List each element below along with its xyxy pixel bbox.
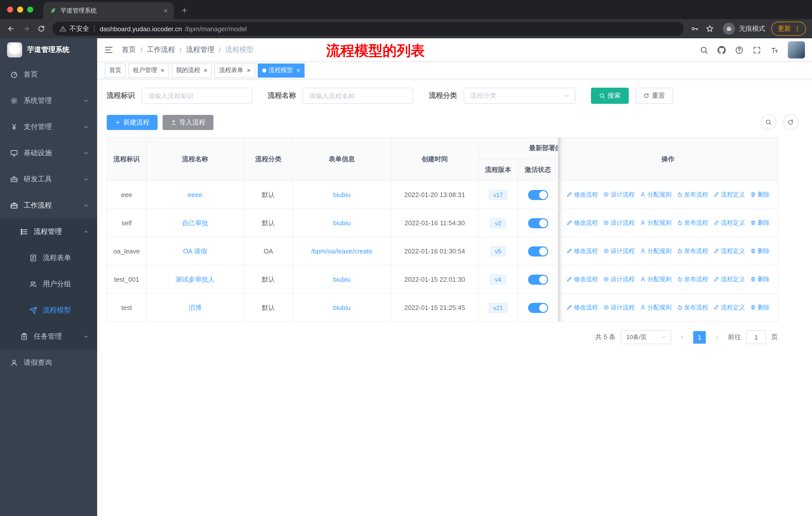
active-toggle[interactable]: [528, 190, 548, 200]
not-secure-warning-icon[interactable]: [59, 25, 66, 32]
sidebar-item-home[interactable]: 首页: [0, 61, 97, 88]
category-select[interactable]: 流程分类: [464, 88, 575, 104]
process-id-input[interactable]: [141, 88, 252, 104]
action-definition-link[interactable]: 流程定义: [713, 275, 745, 284]
app-logo[interactable]: 芋道管理系统: [0, 38, 97, 61]
prev-page-button[interactable]: [676, 331, 688, 343]
action-modify-link[interactable]: 修改流程: [566, 275, 598, 284]
active-toggle[interactable]: [528, 303, 548, 313]
toggle-search-button[interactable]: [761, 114, 776, 130]
sidebar-item-process-management[interactable]: 流程管理: [0, 219, 97, 245]
action-delete-link[interactable]: 删除: [750, 219, 770, 227]
sidebar-item-system-management[interactable]: 系统管理: [0, 88, 97, 114]
action-definition-link[interactable]: 流程定义: [713, 219, 745, 227]
zoom-window-button[interactable]: [27, 6, 33, 12]
process-name-link[interactable]: 自己审批: [182, 219, 208, 226]
browser-tab[interactable]: 芋道管理系统 ×: [43, 2, 174, 19]
sidebar-toggle-button[interactable]: [104, 45, 113, 54]
action-delete-link[interactable]: 删除: [750, 275, 770, 284]
action-delete-link[interactable]: 删除: [750, 303, 770, 312]
action-delete-link[interactable]: 删除: [750, 190, 770, 199]
form-info-link[interactable]: biubiu: [333, 219, 350, 227]
tag-流程模型[interactable]: 流程模型×: [258, 63, 305, 77]
import-process-button[interactable]: 导入流程: [163, 115, 213, 130]
action-modify-link[interactable]: 修改流程: [566, 219, 598, 227]
incognito-badge[interactable]: 无痕模式: [723, 23, 765, 35]
tag-close-icon[interactable]: ×: [161, 66, 164, 74]
breadcrumb-item[interactable]: 工作流程: [147, 45, 175, 54]
sidebar-item-payment-management[interactable]: 支付管理: [0, 114, 97, 140]
refresh-table-button[interactable]: [783, 114, 799, 130]
sidebar-item-dev-tools[interactable]: 研发工具: [0, 166, 97, 192]
new-tab-button[interactable]: [181, 6, 188, 14]
action-definition-link[interactable]: 流程定义: [713, 190, 745, 199]
sidebar-item-task-management[interactable]: 任务管理: [0, 324, 97, 350]
action-design-link[interactable]: 设计流程: [603, 275, 635, 284]
action-design-link[interactable]: 设计流程: [603, 247, 635, 255]
process-name-link[interactable]: 测试多审批人: [175, 275, 215, 283]
action-assign-rule-link[interactable]: 分配规则: [640, 190, 671, 199]
active-toggle[interactable]: [528, 218, 548, 228]
password-manager-icon[interactable]: [688, 22, 702, 36]
process-name-link[interactable]: eeee: [188, 191, 202, 198]
fullscreen-button[interactable]: [753, 46, 761, 54]
page-number-button[interactable]: 1: [693, 331, 706, 344]
sidebar-item-process-model[interactable]: 流程模型: [0, 297, 97, 324]
action-modify-link[interactable]: 修改流程: [566, 190, 598, 199]
bookmark-star-icon[interactable]: [703, 22, 717, 36]
process-name-link[interactable]: 滔博: [188, 304, 202, 311]
close-window-button[interactable]: [7, 6, 13, 12]
process-name-input[interactable]: [302, 88, 413, 104]
user-avatar[interactable]: [788, 41, 805, 58]
action-design-link[interactable]: 设计流程: [603, 219, 635, 227]
action-publish-link[interactable]: 发布流程: [676, 190, 708, 199]
form-info-link[interactable]: /bpm/oa/leave/create: [311, 247, 373, 255]
tag-租户管理[interactable]: 租户管理×: [128, 63, 169, 77]
tag-首页[interactable]: 首页: [105, 63, 126, 77]
tag-close-icon[interactable]: ×: [247, 66, 251, 74]
minimize-window-button[interactable]: [17, 6, 23, 12]
active-toggle[interactable]: [528, 246, 548, 256]
tag-close-icon[interactable]: ×: [296, 66, 300, 74]
tag-close-icon[interactable]: ×: [204, 66, 207, 74]
reload-button[interactable]: [34, 22, 48, 36]
browser-update-menu-button[interactable]: 更新: [771, 22, 806, 36]
help-icon[interactable]: [735, 46, 744, 54]
tab-close-icon[interactable]: ×: [164, 6, 168, 15]
action-delete-link[interactable]: 删除: [750, 247, 770, 255]
sidebar-item-leave-query[interactable]: 请假查询: [0, 350, 97, 376]
forward-button[interactable]: [19, 22, 33, 36]
process-name-link[interactable]: OA 请假: [183, 247, 207, 255]
action-definition-link[interactable]: 流程定义: [713, 303, 745, 312]
sidebar-item-user-group[interactable]: 用户分组: [0, 271, 97, 297]
action-modify-link[interactable]: 修改流程: [566, 303, 598, 312]
breadcrumb-item[interactable]: 首页: [122, 45, 136, 54]
action-assign-rule-link[interactable]: 分配规则: [640, 219, 671, 227]
create-process-button[interactable]: 新建流程: [107, 115, 157, 130]
breadcrumb-item[interactable]: 流程管理: [186, 45, 214, 54]
font-size-button[interactable]: [770, 46, 779, 54]
active-toggle[interactable]: [528, 274, 548, 284]
form-info-link[interactable]: biubiu: [333, 304, 350, 311]
back-button[interactable]: [4, 22, 18, 36]
github-icon[interactable]: [717, 46, 726, 54]
action-publish-link[interactable]: 发布流程: [676, 219, 708, 227]
next-page-button[interactable]: [711, 331, 723, 343]
form-info-link[interactable]: biubiu: [333, 191, 350, 198]
search-button[interactable]: 搜索: [591, 88, 629, 104]
sidebar-item-infrastructure[interactable]: 基础设施: [0, 140, 97, 166]
action-assign-rule-link[interactable]: 分配规则: [640, 303, 671, 312]
action-modify-link[interactable]: 修改流程: [566, 247, 598, 255]
goto-page-input[interactable]: [746, 330, 766, 344]
header-search-button[interactable]: [700, 46, 708, 54]
reset-button[interactable]: 重置: [635, 88, 673, 104]
tag-流程表单[interactable]: 流程表单×: [214, 63, 255, 77]
tag-我的流程[interactable]: 我的流程×: [171, 63, 212, 77]
action-publish-link[interactable]: 发布流程: [676, 275, 708, 284]
sidebar-item-process-form[interactable]: 流程表单: [0, 245, 97, 271]
page-size-select[interactable]: 10条/页: [621, 330, 671, 344]
action-definition-link[interactable]: 流程定义: [713, 247, 745, 255]
action-design-link[interactable]: 设计流程: [603, 190, 635, 199]
action-assign-rule-link[interactable]: 分配规则: [640, 247, 671, 255]
action-assign-rule-link[interactable]: 分配规则: [640, 275, 671, 284]
